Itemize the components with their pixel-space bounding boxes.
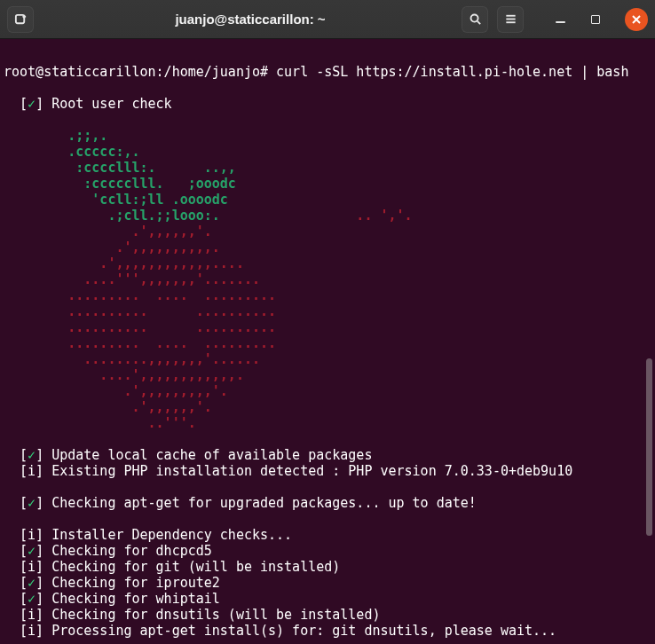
ascii-line: ........,,,,,,,'...... [4, 351, 260, 367]
ascii-line: .. ','. [220, 208, 413, 224]
status-row: [✓] Checking for whiptail [4, 591, 220, 607]
dep-checks-text: Installer Dependency checks... [51, 527, 292, 543]
status-row: [✓] Update local cache of available pack… [4, 447, 372, 463]
ascii-line: .;cll.;;looo:. [4, 208, 220, 224]
ascii-line: .',,,,,,'. [4, 399, 212, 415]
dhcpcd5-text: Checking for dhcpcd5 [51, 543, 212, 559]
terminal-body[interactable]: root@staticcarillon:/home/juanjo# curl -… [0, 39, 655, 644]
svg-point-3 [470, 15, 477, 22]
apt-upgraded-text: Checking apt-get for upgraded packages..… [51, 495, 477, 511]
ascii-line: ....''',,,,,,,'....... [4, 271, 260, 287]
check-icon: ✓ [28, 447, 36, 463]
minimize-icon [556, 21, 565, 23]
check-icon: ✓ [28, 591, 36, 607]
status-row: [✓] Checking for iproute2 [4, 575, 220, 591]
close-icon [631, 14, 642, 25]
check-icon: ✓ [28, 543, 36, 559]
ascii-line: .',,,,,,,,,,,,.... [4, 255, 244, 271]
close-button[interactable] [625, 8, 648, 31]
window-title: juanjo@staticcarillon: ~ [44, 12, 456, 27]
status-row: [i] Processing apt-get install(s) for: g… [4, 623, 556, 639]
prompt-command: curl -sSL https://install.pi-hole.net | … [268, 64, 628, 80]
ascii-line: 'ccll:;ll .oooodc [4, 192, 228, 208]
update-cache-text: Update local cache of available packages [51, 447, 372, 463]
ascii-line: .ccccc:,. [4, 144, 140, 160]
status-row: [i] Existing PHP installation detected :… [4, 463, 572, 479]
menu-button[interactable] [497, 6, 524, 33]
root-check-text: Root user check [51, 96, 171, 112]
git-text: Checking for git (will be installed) [51, 559, 340, 575]
ascii-line: :ccccclll. ;ooodc [4, 176, 236, 192]
titlebar: juanjo@staticcarillon: ~ [0, 0, 655, 39]
ascii-line: .;;,. [4, 128, 107, 144]
check-icon: ✓ [28, 575, 36, 591]
minimize-button[interactable] [554, 13, 566, 26]
status-row: [i] Installer Dependency checks... [4, 527, 292, 543]
ascii-logo-green: .;;,. .ccccc:,. :cccclll:. ..,, :cccccll… [4, 128, 236, 224]
ascii-line: .......... .......... [4, 319, 276, 335]
check-icon: ✓ [28, 495, 36, 511]
ascii-line: ......... .... ......... [4, 335, 276, 351]
ascii-line: ......... .... ......... [4, 287, 276, 303]
ascii-line: ....',,,,,,,,,,,,. [4, 367, 244, 383]
status-row: [✓] Root user check [4, 96, 172, 112]
ascii-line: .',,,,,,,,,'. [4, 383, 228, 399]
search-icon [469, 12, 482, 26]
ascii-line: .',,,,,,,,,,. [4, 240, 220, 255]
dnsutils-text: Checking for dnsutils (will be installed… [51, 607, 380, 623]
ascii-line: .',,,,,,'. [4, 224, 212, 240]
terminal-output: root@staticcarillon:/home/juanjo# curl -… [0, 43, 655, 639]
whiptail-text: Checking for whiptail [51, 591, 220, 607]
titlebar-right [462, 6, 648, 33]
scrollbar-thumb[interactable] [646, 358, 652, 536]
status-row: [✓] Checking apt-get for upgraded packag… [4, 495, 477, 511]
iproute2-text: Checking for iproute2 [51, 575, 220, 591]
new-tab-button[interactable] [7, 6, 34, 33]
svg-line-4 [477, 21, 479, 24]
ascii-line: ..'''. [4, 415, 196, 431]
prompt-user-host: root@staticcarillon [4, 64, 156, 80]
php-detected-text: Existing PHP installation detected : PHP… [51, 463, 572, 479]
status-row: [i] Checking for git (will be installed) [4, 559, 340, 575]
prompt-line: root@staticcarillon:/home/juanjo# curl -… [4, 64, 628, 80]
check-icon: ✓ [28, 96, 36, 112]
status-row: [i] Checking for dnsutils (will be insta… [4, 607, 380, 623]
hamburger-icon [504, 12, 517, 26]
status-row: [✓] Checking for dhcpcd5 [4, 543, 212, 559]
prompt-path: :/home/juanjo# [156, 64, 268, 80]
search-button[interactable] [462, 6, 488, 33]
ascii-logo-red: .. ','. .',,,,,,'. .',,,,,,,,,,. .',,,,,… [4, 208, 413, 431]
ascii-line: :cccclll:. ..,, [4, 160, 236, 176]
maximize-button[interactable] [591, 15, 600, 24]
ascii-line: .......... .......... [4, 303, 276, 319]
new-tab-icon [14, 12, 28, 26]
processing-text: Processing apt-get install(s) for: git d… [51, 623, 556, 639]
